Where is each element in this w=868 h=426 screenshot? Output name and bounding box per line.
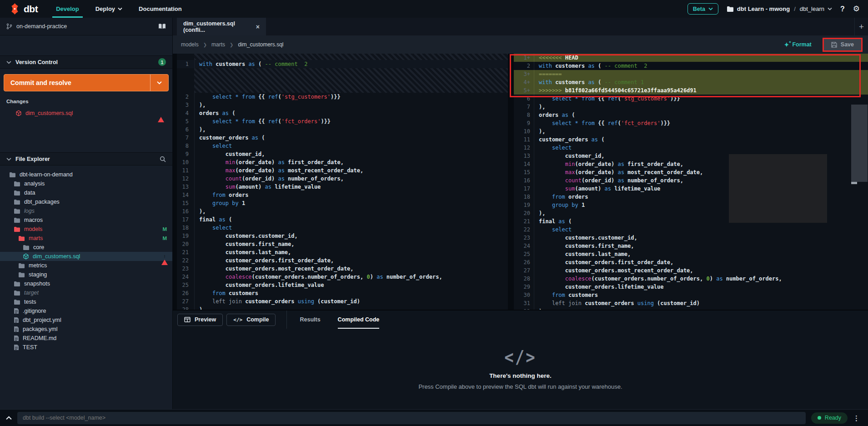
tree-item-core[interactable]: core [0, 243, 172, 252]
new-tab-button[interactable]: + [854, 18, 868, 35]
tree-item-dbt-packages[interactable]: dbt_packages [0, 197, 172, 206]
code-line: 32) [514, 307, 868, 310]
tree-item-models[interactable]: modelsM [0, 225, 172, 234]
tab-dim-customers[interactable]: dim_customers.sql (confli... × [177, 18, 266, 35]
nav-develop[interactable]: Develop [48, 0, 87, 18]
help-icon[interactable]: ? [840, 5, 845, 13]
tree-item-tests[interactable]: tests [0, 297, 172, 306]
folder-icon [14, 226, 20, 232]
save-button[interactable]: Save [823, 38, 863, 52]
tree-item-metrics[interactable]: metrics [0, 261, 172, 270]
folder-icon [14, 217, 20, 223]
code-line: 26 from customers [177, 289, 508, 297]
commit-and-resolve-button[interactable]: Commit and resolve [4, 74, 169, 91]
code-line: 8 select [177, 142, 508, 150]
tree-item-data[interactable]: data [0, 188, 172, 197]
nav-documentation[interactable]: Documentation [130, 0, 190, 18]
file-icon [14, 308, 19, 314]
preview-button[interactable]: Preview [177, 314, 223, 326]
tree-item-label: analysis [24, 180, 45, 187]
breadcrumb-models[interactable]: models [181, 41, 199, 48]
code-line: 23 customers.customer_id, [514, 234, 868, 242]
preview-grid-icon [184, 317, 191, 322]
dbt-logo[interactable]: dbt [0, 0, 48, 18]
nav-deploy[interactable]: Deploy [87, 0, 130, 18]
sidebar-spacer [0, 35, 172, 55]
dbt-logo-mark-icon [9, 3, 20, 15]
tree-item-label: TEST [23, 344, 37, 351]
tree-item-label: logs [24, 208, 35, 214]
code-line: 15 group by 1 [177, 199, 508, 207]
tree-item-label: tests [24, 299, 36, 305]
code-line: 19 customers.customer_id, [177, 232, 508, 240]
editor-content: dim_customers.sql (confli... × + models … [173, 18, 868, 409]
breadcrumb: models ❯ marts ❯ dim_customers.sql [181, 41, 284, 48]
beta-badge[interactable]: Beta [687, 3, 718, 15]
changed-file-dim-customers[interactable]: dim_customers.sql [4, 109, 169, 118]
tree-item-label: data [24, 190, 35, 196]
code-line: 27 customer_orders.most_recent_order_dat… [514, 266, 868, 275]
commit-dropdown-caret[interactable] [150, 75, 168, 91]
breadcrumb-file[interactable]: dim_customers.sql [238, 41, 283, 48]
tree-item-label: dbt-learn-on-demand [20, 171, 73, 178]
version-control-header[interactable]: Version Control 1 [0, 55, 172, 69]
gear-icon[interactable]: ⚙ [853, 4, 860, 14]
branch-bar: on-demand-practice [0, 18, 172, 35]
file-explorer-header[interactable]: File Explorer [0, 152, 172, 165]
code-line: 2 select * from {{ ref('stg_customers')}… [177, 93, 508, 101]
code-line: 28 coalesce(customer_orders.number_of_or… [514, 275, 868, 283]
docs-book-icon[interactable] [158, 23, 166, 30]
kebab-menu-icon[interactable]: ⋮ [853, 415, 860, 421]
pane-divider[interactable] [508, 54, 514, 310]
tree-item-dim-customers-sql[interactable]: dim_customers.sql [0, 252, 172, 261]
tree-item-dbt-learn-on-demand[interactable]: dbt-learn-on-demand [0, 170, 172, 179]
code-brackets-icon: </> [504, 346, 536, 367]
empty-state-title: There's nothing here. [489, 372, 552, 379]
breadcrumb-marts[interactable]: marts [211, 41, 225, 48]
code-line: 20 customers.first_name, [177, 240, 508, 248]
modified-badge: M [162, 226, 167, 232]
compile-button[interactable]: </> Compile [226, 314, 276, 326]
close-icon[interactable]: × [256, 23, 260, 30]
tree-item-snapshots[interactable]: snapshots [0, 279, 172, 288]
tree-item--gitignore[interactable]: .gitignore [0, 306, 172, 316]
tree-item-macros[interactable]: macros [0, 216, 172, 225]
code-line: 22 select [514, 226, 868, 234]
tree-item-dbt-project-yml[interactable]: dbt_project.yml [0, 316, 172, 325]
chevron-right-icon: ❯ [203, 42, 207, 47]
project-name: dbt_learn [800, 5, 824, 12]
code-line: 14 from orders [177, 191, 508, 199]
result-tabs: Results Compiled Code [300, 311, 379, 329]
format-button[interactable]: ✦ Format [784, 41, 812, 48]
tree-item-marts[interactable]: martsM [0, 234, 172, 243]
scrollbar-thumb[interactable] [851, 105, 868, 182]
nav-right: Beta dbt Learn - mwong / dbt_learn ? ⚙ [687, 0, 868, 18]
folder-icon [14, 281, 20, 287]
tree-item-staging[interactable]: staging [0, 270, 172, 279]
tree-item-test[interactable]: TEST [0, 343, 172, 352]
tree-item-target[interactable]: target [0, 288, 172, 297]
tree-item-packages-yml[interactable]: packages.yml [0, 325, 172, 334]
tree-item-readme-md[interactable]: README.md [0, 334, 172, 343]
status-badge[interactable]: Ready [811, 412, 848, 424]
command-input[interactable] [17, 412, 806, 424]
changes-count-badge: 1 [158, 58, 166, 66]
bottom-panel: Preview </> Compile Results Compiled Cod… [173, 310, 868, 409]
tab-results[interactable]: Results [300, 311, 320, 329]
account-name: dbt Learn - mwong [737, 5, 790, 12]
code-line: 10 min(order_date) as first_order_date, [177, 158, 508, 166]
folder-icon [18, 263, 25, 269]
tab-compiled-code[interactable]: Compiled Code [338, 311, 380, 329]
editor-pane-left[interactable]: 1with customers as ( -- comment 22 selec… [177, 54, 508, 310]
project-selector[interactable]: dbt Learn - mwong / dbt_learn [727, 5, 832, 12]
code-brackets-icon: </> [233, 317, 242, 323]
tree-item-analysis[interactable]: analysis [0, 179, 172, 188]
collapsed-conflict-region [177, 54, 508, 60]
tree-item-logs[interactable]: logs [0, 206, 172, 216]
search-icon[interactable] [160, 156, 166, 162]
chevron-up-icon[interactable] [0, 416, 17, 420]
code-line: 25 customers.last_name, [514, 250, 868, 258]
modified-badge: M [162, 236, 167, 241]
folder-icon [14, 190, 20, 196]
panel-divider [286, 311, 287, 329]
